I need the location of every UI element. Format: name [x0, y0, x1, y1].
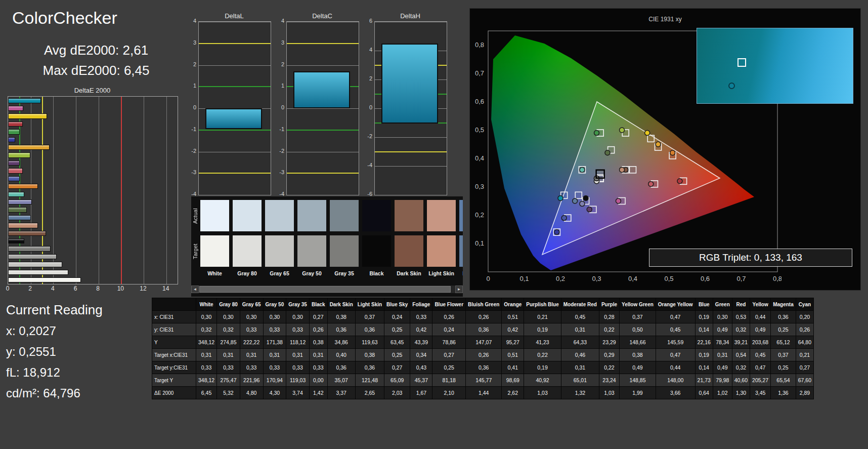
scroll-right-arrow[interactable]: ►: [455, 285, 463, 293]
x-axis-tick-label: 0,1: [519, 275, 529, 282]
target-swatch[interactable]: [265, 235, 294, 267]
grid-line: [375, 166, 447, 167]
table-corner-cell: [152, 298, 196, 311]
table-cell: 0,37: [771, 349, 796, 361]
deltae-bar: [8, 207, 27, 212]
table-cell: 67,60: [796, 374, 813, 387]
grid-line: [375, 195, 447, 195]
table-cell: 63,45: [384, 336, 410, 349]
deltae-bar: [8, 145, 50, 150]
table-cell: 0,32: [217, 323, 240, 336]
swatch-label: Gray 50: [295, 270, 328, 276]
actual-swatch[interactable]: [297, 200, 326, 231]
table-cell: 5,32: [217, 387, 240, 399]
target-swatch[interactable]: [297, 235, 326, 267]
target-swatch[interactable]: [427, 235, 456, 267]
y-axis-tick-label: 0,3: [475, 183, 484, 190]
target-swatch[interactable]: [395, 235, 423, 267]
grid-line: [287, 65, 359, 66]
table-cell: 78,34: [713, 336, 732, 349]
deltae-bar: [8, 199, 32, 205]
table-cell: 171,38: [263, 336, 286, 349]
actual-swatch[interactable]: [200, 200, 229, 231]
column-header: Yellow: [750, 298, 771, 311]
table-cell: 0,49: [713, 323, 732, 336]
cie-measured-point: [620, 167, 625, 172]
table-cell: 2,89: [796, 387, 813, 399]
y-axis-tick-label: 0,7: [475, 69, 484, 77]
scrollbar-thumb[interactable]: [199, 286, 451, 293]
table-row: y: CIE310,320,320,330,330,330,260,360,36…: [152, 323, 814, 336]
axis-tick-label: 12: [138, 285, 148, 292]
table-cell: 0,19: [524, 323, 561, 336]
green-reference-line: [199, 86, 271, 87]
target-swatch[interactable]: [233, 235, 262, 267]
table-cell: 0,50: [620, 323, 656, 336]
table-cell: 0,47: [656, 349, 695, 361]
table-cell: 0,31: [217, 349, 240, 361]
actual-swatch[interactable]: [427, 200, 456, 231]
column-header: Orange Yellow: [656, 298, 695, 311]
y-axis-tick-label: 0,2: [475, 211, 484, 219]
table-cell: 0,21: [796, 349, 813, 361]
actual-swatch[interactable]: [233, 200, 262, 231]
swatch-label: Gray 35: [328, 270, 361, 276]
red-reference-line: [121, 97, 122, 284]
deltaL-chart-title: DeltaL: [198, 12, 270, 20]
swatch-strip: Actual Target WhiteGray 80Gray 65Gray 50…: [191, 196, 463, 297]
table-cell: 145,59: [656, 336, 695, 349]
table-cell: 1,42: [309, 387, 327, 399]
column-header: Orange: [502, 298, 524, 311]
actual-swatch[interactable]: [362, 200, 391, 231]
table-cell: 0,51: [502, 349, 524, 361]
target-swatch[interactable]: [362, 235, 391, 267]
row-label: Y: [152, 336, 196, 349]
table-row: Target y:CIE310,330,330,330,330,330,330,…: [152, 361, 814, 374]
actual-swatch[interactable]: [395, 200, 423, 231]
target-swatch[interactable]: [200, 235, 229, 267]
table-cell: 0,25: [771, 323, 796, 336]
axis-tick-label: -2: [271, 148, 284, 154]
scroll-left-arrow[interactable]: ◄: [191, 285, 199, 293]
actual-swatch[interactable]: [459, 200, 463, 231]
axis-tick-label: 0: [359, 104, 372, 110]
table-cell: 0,45: [656, 323, 695, 336]
target-swatch[interactable]: [459, 235, 463, 267]
delta-bar: [293, 71, 350, 108]
deltae-bar: [8, 262, 62, 267]
deltae-bar: [8, 277, 81, 282]
table-cell: 0,36: [327, 323, 355, 336]
axis-tick-label: 6: [70, 285, 80, 292]
table-cell: 3,66: [656, 387, 695, 399]
table-cell: 0,29: [599, 349, 619, 361]
deltae-bar: [8, 231, 46, 236]
swatch-label: Gray 65: [263, 270, 296, 276]
axis-tick-label: -1: [183, 126, 196, 132]
table-cell: 40,60: [732, 374, 750, 387]
table-cell: 0,31: [713, 349, 732, 361]
table-cell: 95,27: [502, 336, 524, 349]
axis-tick-label: 3: [271, 39, 284, 46]
grid-line: [375, 137, 447, 138]
target-swatch[interactable]: [330, 235, 359, 267]
table-cell: 0,36: [355, 361, 384, 374]
table-cell: 64,33: [561, 336, 599, 349]
table-cell: 4,80: [240, 387, 263, 399]
table-cell: 0,54: [732, 349, 750, 361]
grid-line: [199, 22, 271, 22]
grid-line: [199, 195, 271, 195]
deltae-bar: [8, 246, 51, 251]
grid-line: [287, 152, 359, 152]
actual-swatch[interactable]: [330, 200, 359, 231]
inset-measured-dot: [728, 83, 735, 89]
table-cell: 0,24: [432, 323, 466, 336]
table-cell: 0,19: [524, 361, 561, 374]
axis-tick-label: 4: [359, 47, 372, 53]
table-cell: 1,03: [524, 387, 561, 399]
actual-swatch[interactable]: [265, 200, 294, 231]
table-cell: 79,98: [713, 374, 732, 387]
axis-tick-label: 4: [48, 285, 58, 292]
table-cell: 43,39: [410, 336, 432, 349]
table-cell: 0,25: [384, 349, 410, 361]
swatch-scrollbar[interactable]: ◄ ►: [191, 285, 463, 293]
